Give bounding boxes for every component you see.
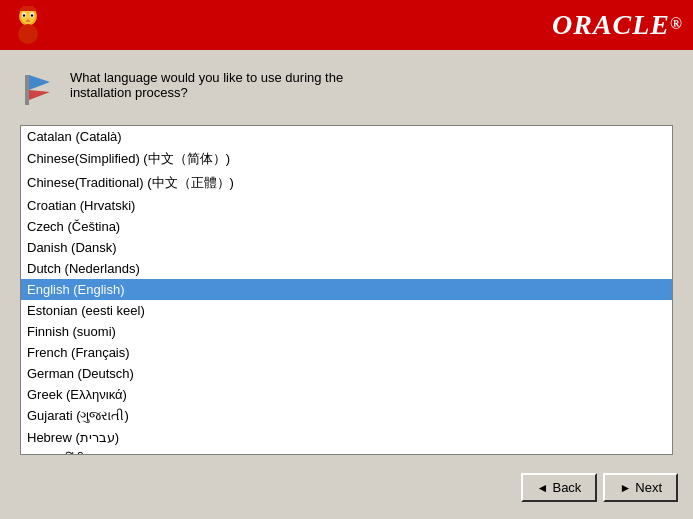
- list-item[interactable]: Hindi (हिंदी): [21, 448, 672, 455]
- svg-point-4: [23, 14, 25, 16]
- main-content: What language would you like to use duri…: [0, 50, 693, 465]
- list-item[interactable]: Hebrew (עברית): [21, 427, 672, 448]
- header-left: [10, 6, 46, 44]
- language-icon: [20, 70, 60, 110]
- next-label: Next: [635, 480, 662, 495]
- list-item[interactable]: Gujarati (ગુજરાતી): [21, 405, 672, 427]
- list-item[interactable]: Dutch (Nederlands): [21, 258, 672, 279]
- svg-point-7: [18, 24, 38, 44]
- next-icon: ►: [619, 481, 631, 495]
- list-item[interactable]: Finnish (suomi): [21, 321, 672, 342]
- oracle-logo: ORACLE®: [552, 9, 683, 41]
- list-item[interactable]: Danish (Dansk): [21, 237, 672, 258]
- svg-point-5: [31, 14, 33, 16]
- list-item[interactable]: French (Français): [21, 342, 672, 363]
- back-icon: ◄: [537, 481, 549, 495]
- header: ORACLE®: [0, 0, 693, 50]
- question-section: What language would you like to use duri…: [15, 60, 678, 120]
- duke-icon: [10, 6, 46, 44]
- next-button[interactable]: ► Next: [603, 473, 678, 502]
- bottom-bar: ◄ Back ► Next: [0, 465, 693, 510]
- svg-marker-11: [29, 75, 50, 90]
- question-text: What language would you like to use duri…: [70, 70, 343, 100]
- list-item[interactable]: Greek (Ελληνικά): [21, 384, 672, 405]
- back-label: Back: [552, 480, 581, 495]
- list-item[interactable]: Croatian (Hrvatski): [21, 195, 672, 216]
- list-item[interactable]: German (Deutsch): [21, 363, 672, 384]
- svg-rect-9: [22, 6, 34, 9]
- back-button[interactable]: ◄ Back: [521, 473, 598, 502]
- language-list[interactable]: Bulgarian (Български)Catalan (Català)Chi…: [20, 125, 673, 455]
- list-item[interactable]: English (English): [21, 279, 672, 300]
- list-item[interactable]: Estonian (eesti keel): [21, 300, 672, 321]
- svg-rect-10: [25, 75, 29, 105]
- svg-marker-12: [29, 90, 50, 100]
- list-item[interactable]: Czech (Čeština): [21, 216, 672, 237]
- list-item[interactable]: Catalan (Català): [21, 126, 672, 147]
- list-item[interactable]: Chinese(Traditional) (中文（正體）): [21, 171, 672, 195]
- list-item[interactable]: Chinese(Simplified) (中文（简体）): [21, 147, 672, 171]
